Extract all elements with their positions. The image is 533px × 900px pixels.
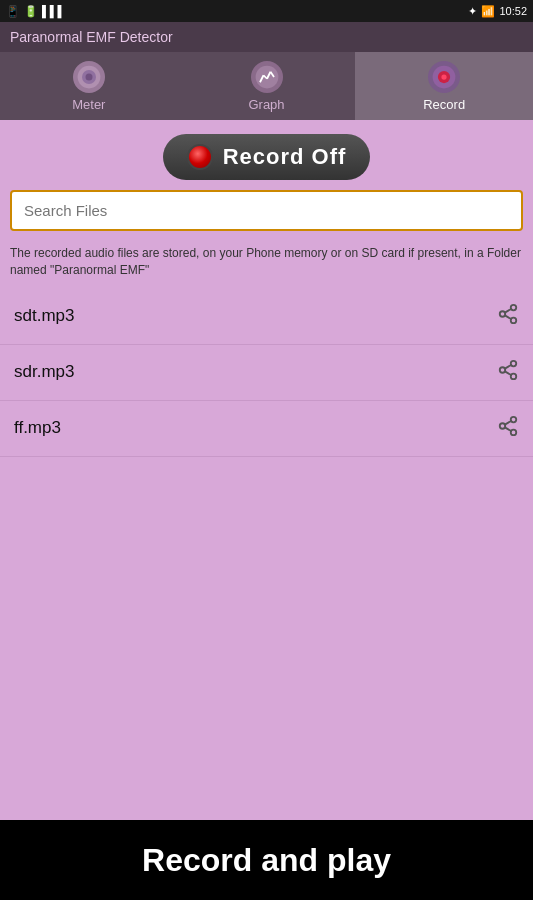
file-name-1: sdr.mp3 — [14, 362, 74, 382]
record-tab-icon — [428, 61, 460, 93]
tab-bar: Meter Graph Record — [0, 52, 533, 120]
status-left: 📱 🔋 ▌▌▌ — [6, 5, 65, 18]
svg-line-14 — [505, 315, 511, 319]
signal-icon: ▌▌▌ — [42, 5, 65, 17]
svg-line-20 — [505, 365, 511, 369]
app-titlebar: Paranormal EMF Detector — [0, 22, 533, 52]
file-item-1[interactable]: sdr.mp3 — [0, 345, 533, 401]
main-content: Record Off The recorded audio files are … — [0, 120, 533, 820]
share-icon-0[interactable] — [497, 303, 519, 330]
tab-record-label: Record — [423, 97, 465, 112]
tab-meter-label: Meter — [72, 97, 105, 112]
search-input[interactable] — [10, 190, 523, 231]
bottom-banner-text: Record and play — [142, 842, 391, 879]
status-right: ✦ 📶 10:52 — [468, 5, 527, 18]
record-icon — [430, 63, 458, 91]
share-icon-1[interactable] — [497, 359, 519, 386]
bluetooth-icon: ✦ — [468, 5, 477, 18]
svg-line-15 — [505, 309, 511, 313]
file-item-0[interactable]: sdt.mp3 — [0, 289, 533, 345]
status-bar: 📱 🔋 ▌▌▌ ✦ 📶 10:52 — [0, 0, 533, 22]
file-item-2[interactable]: ff.mp3 — [0, 401, 533, 457]
record-button-area: Record Off — [0, 120, 533, 190]
file-name-0: sdt.mp3 — [14, 306, 74, 326]
svg-point-2 — [85, 73, 92, 80]
wifi-icon: 📶 — [481, 5, 495, 18]
svg-line-19 — [505, 371, 511, 375]
record-circle-icon — [187, 144, 213, 170]
record-off-button[interactable]: Record Off — [163, 134, 371, 180]
svg-line-24 — [505, 427, 511, 431]
tab-graph[interactable]: Graph — [178, 52, 356, 120]
graph-tab-icon — [251, 61, 283, 93]
graph-icon — [253, 63, 281, 91]
meter-icon — [75, 63, 103, 91]
svg-line-25 — [505, 421, 511, 425]
search-container — [0, 190, 533, 239]
file-name-2: ff.mp3 — [14, 418, 61, 438]
svg-point-10 — [442, 74, 447, 79]
battery-icon: 🔋 — [24, 5, 38, 18]
share-icon-2[interactable] — [497, 415, 519, 442]
info-text: The recorded audio files are stored, on … — [0, 239, 533, 289]
app-title: Paranormal EMF Detector — [10, 29, 173, 45]
tab-record[interactable]: Record — [355, 52, 533, 120]
bottom-banner: Record and play — [0, 820, 533, 900]
phone-icon: 📱 — [6, 5, 20, 18]
meter-tab-icon — [73, 61, 105, 93]
record-btn-label: Record Off — [223, 144, 347, 170]
file-list: sdt.mp3 sdr.mp3 — [0, 289, 533, 457]
tab-graph-label: Graph — [248, 97, 284, 112]
tab-meter[interactable]: Meter — [0, 52, 178, 120]
clock: 10:52 — [499, 5, 527, 17]
